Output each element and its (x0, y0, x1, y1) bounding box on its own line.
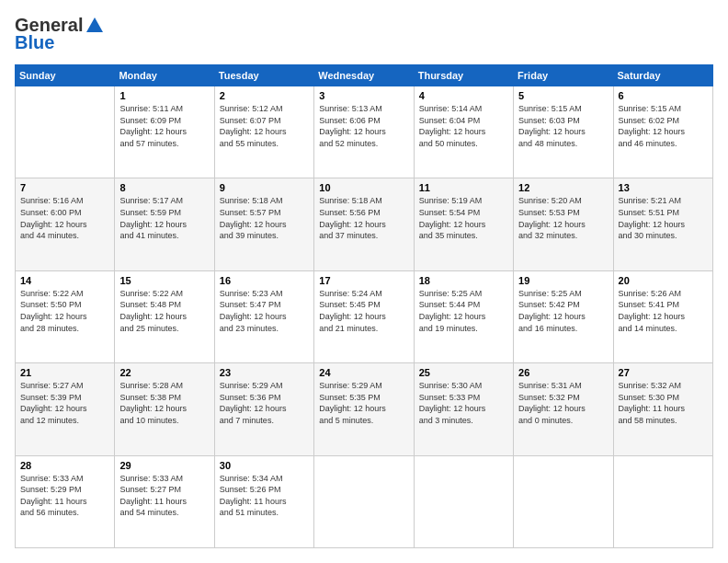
day-number: 2 (220, 90, 309, 101)
day-number: 22 (119, 367, 209, 378)
calendar-cell: 30Sunrise: 5:34 AM Sunset: 5:26 PM Dayli… (214, 455, 313, 547)
day-info: Sunrise: 5:12 AM Sunset: 6:07 PM Dayligh… (220, 103, 309, 149)
weekday-header: Friday (514, 65, 613, 86)
logo: General Blue (15, 15, 105, 53)
day-number: 24 (319, 367, 408, 378)
weekday-header-row: SundayMondayTuesdayWednesdayThursdayFrid… (16, 65, 713, 86)
day-number: 17 (319, 275, 408, 286)
calendar-cell: 8Sunrise: 5:17 AM Sunset: 5:59 PM Daylig… (115, 178, 214, 270)
weekday-header: Sunday (16, 65, 115, 86)
day-number: 7 (20, 182, 109, 193)
day-number: 12 (518, 182, 608, 193)
day-info: Sunrise: 5:11 AM Sunset: 6:09 PM Dayligh… (119, 103, 209, 149)
calendar-cell: 19Sunrise: 5:25 AM Sunset: 5:42 PM Dayli… (514, 270, 613, 362)
calendar-cell: 3Sunrise: 5:13 AM Sunset: 6:06 PM Daylig… (314, 86, 414, 178)
day-info: Sunrise: 5:18 AM Sunset: 5:57 PM Dayligh… (220, 195, 309, 241)
weekday-header: Saturday (613, 65, 712, 86)
day-number: 5 (518, 90, 608, 101)
day-number: 20 (619, 275, 708, 286)
calendar-cell: 29Sunrise: 5:33 AM Sunset: 5:27 PM Dayli… (115, 455, 214, 547)
calendar-week-row: 14Sunrise: 5:22 AM Sunset: 5:50 PM Dayli… (16, 270, 713, 362)
calendar-cell: 4Sunrise: 5:14 AM Sunset: 6:04 PM Daylig… (414, 86, 513, 178)
day-info: Sunrise: 5:26 AM Sunset: 5:41 PM Dayligh… (619, 288, 708, 334)
day-number: 4 (419, 90, 508, 101)
calendar-cell: 11Sunrise: 5:19 AM Sunset: 5:54 PM Dayli… (414, 178, 513, 270)
day-number: 9 (220, 182, 309, 193)
day-number: 16 (220, 275, 309, 286)
day-info: Sunrise: 5:21 AM Sunset: 5:51 PM Dayligh… (619, 195, 708, 241)
day-info: Sunrise: 5:28 AM Sunset: 5:38 PM Dayligh… (119, 380, 209, 426)
weekday-header: Tuesday (214, 65, 313, 86)
logo-icon (85, 16, 105, 36)
day-info: Sunrise: 5:32 AM Sunset: 5:30 PM Dayligh… (619, 380, 708, 426)
day-info: Sunrise: 5:15 AM Sunset: 6:02 PM Dayligh… (619, 103, 708, 149)
day-number: 8 (119, 182, 209, 193)
calendar-cell: 23Sunrise: 5:29 AM Sunset: 5:36 PM Dayli… (214, 363, 313, 455)
calendar-cell: 16Sunrise: 5:23 AM Sunset: 5:47 PM Dayli… (214, 270, 313, 362)
day-number: 6 (619, 90, 708, 101)
calendar-cell: 7Sunrise: 5:16 AM Sunset: 6:00 PM Daylig… (16, 178, 115, 270)
day-info: Sunrise: 5:25 AM Sunset: 5:44 PM Dayligh… (419, 288, 508, 334)
calendar-week-row: 7Sunrise: 5:16 AM Sunset: 6:00 PM Daylig… (16, 178, 713, 270)
calendar-cell: 2Sunrise: 5:12 AM Sunset: 6:07 PM Daylig… (214, 86, 313, 178)
day-number: 15 (119, 275, 209, 286)
day-info: Sunrise: 5:17 AM Sunset: 5:59 PM Dayligh… (119, 195, 209, 241)
day-info: Sunrise: 5:19 AM Sunset: 5:54 PM Dayligh… (419, 195, 508, 241)
day-number: 25 (419, 367, 508, 378)
day-info: Sunrise: 5:25 AM Sunset: 5:42 PM Dayligh… (518, 288, 608, 334)
day-number: 30 (220, 460, 309, 471)
calendar-week-row: 21Sunrise: 5:27 AM Sunset: 5:39 PM Dayli… (16, 363, 713, 455)
calendar-cell: 1Sunrise: 5:11 AM Sunset: 6:09 PM Daylig… (115, 86, 214, 178)
day-number: 10 (319, 182, 408, 193)
calendar-cell (514, 455, 613, 547)
day-info: Sunrise: 5:33 AM Sunset: 5:27 PM Dayligh… (119, 473, 209, 519)
calendar-cell: 14Sunrise: 5:22 AM Sunset: 5:50 PM Dayli… (16, 270, 115, 362)
day-info: Sunrise: 5:30 AM Sunset: 5:33 PM Dayligh… (419, 380, 508, 426)
day-info: Sunrise: 5:34 AM Sunset: 5:26 PM Dayligh… (220, 473, 309, 519)
calendar-week-row: 1Sunrise: 5:11 AM Sunset: 6:09 PM Daylig… (16, 86, 713, 178)
day-info: Sunrise: 5:29 AM Sunset: 5:35 PM Dayligh… (319, 380, 408, 426)
header: General Blue (15, 15, 713, 53)
calendar-cell (414, 455, 513, 547)
day-info: Sunrise: 5:31 AM Sunset: 5:32 PM Dayligh… (518, 380, 608, 426)
day-number: 14 (20, 275, 109, 286)
calendar-cell: 26Sunrise: 5:31 AM Sunset: 5:32 PM Dayli… (514, 363, 613, 455)
day-info: Sunrise: 5:16 AM Sunset: 6:00 PM Dayligh… (20, 195, 109, 241)
calendar-cell: 18Sunrise: 5:25 AM Sunset: 5:44 PM Dayli… (414, 270, 513, 362)
calendar-cell: 20Sunrise: 5:26 AM Sunset: 5:41 PM Dayli… (613, 270, 712, 362)
calendar: SundayMondayTuesdayWednesdayThursdayFrid… (15, 64, 713, 548)
calendar-cell (16, 86, 115, 178)
day-number: 21 (20, 367, 109, 378)
calendar-cell: 24Sunrise: 5:29 AM Sunset: 5:35 PM Dayli… (314, 363, 414, 455)
calendar-cell (613, 455, 712, 547)
calendar-cell: 6Sunrise: 5:15 AM Sunset: 6:02 PM Daylig… (613, 86, 712, 178)
calendar-cell: 17Sunrise: 5:24 AM Sunset: 5:45 PM Dayli… (314, 270, 414, 362)
day-info: Sunrise: 5:29 AM Sunset: 5:36 PM Dayligh… (220, 380, 309, 426)
svg-marker-0 (86, 17, 103, 32)
calendar-cell: 25Sunrise: 5:30 AM Sunset: 5:33 PM Dayli… (414, 363, 513, 455)
weekday-header: Thursday (414, 65, 513, 86)
calendar-cell: 22Sunrise: 5:28 AM Sunset: 5:38 PM Dayli… (115, 363, 214, 455)
day-number: 23 (220, 367, 309, 378)
day-number: 13 (619, 182, 708, 193)
day-info: Sunrise: 5:23 AM Sunset: 5:47 PM Dayligh… (220, 288, 309, 334)
calendar-cell: 10Sunrise: 5:18 AM Sunset: 5:56 PM Dayli… (314, 178, 414, 270)
calendar-week-row: 28Sunrise: 5:33 AM Sunset: 5:29 PM Dayli… (16, 455, 713, 547)
calendar-cell: 15Sunrise: 5:22 AM Sunset: 5:48 PM Dayli… (115, 270, 214, 362)
weekday-header: Monday (115, 65, 214, 86)
calendar-cell: 12Sunrise: 5:20 AM Sunset: 5:53 PM Dayli… (514, 178, 613, 270)
day-number: 11 (419, 182, 508, 193)
day-info: Sunrise: 5:18 AM Sunset: 5:56 PM Dayligh… (319, 195, 408, 241)
calendar-cell: 5Sunrise: 5:15 AM Sunset: 6:03 PM Daylig… (514, 86, 613, 178)
calendar-cell: 13Sunrise: 5:21 AM Sunset: 5:51 PM Dayli… (613, 178, 712, 270)
calendar-cell (314, 455, 414, 547)
day-info: Sunrise: 5:22 AM Sunset: 5:50 PM Dayligh… (20, 288, 109, 334)
day-number: 27 (619, 367, 708, 378)
day-info: Sunrise: 5:15 AM Sunset: 6:03 PM Dayligh… (518, 103, 608, 149)
day-info: Sunrise: 5:27 AM Sunset: 5:39 PM Dayligh… (20, 380, 109, 426)
day-info: Sunrise: 5:13 AM Sunset: 6:06 PM Dayligh… (319, 103, 408, 149)
weekday-header: Wednesday (314, 65, 414, 86)
day-number: 19 (518, 275, 608, 286)
day-number: 3 (319, 90, 408, 101)
day-number: 1 (119, 90, 209, 101)
